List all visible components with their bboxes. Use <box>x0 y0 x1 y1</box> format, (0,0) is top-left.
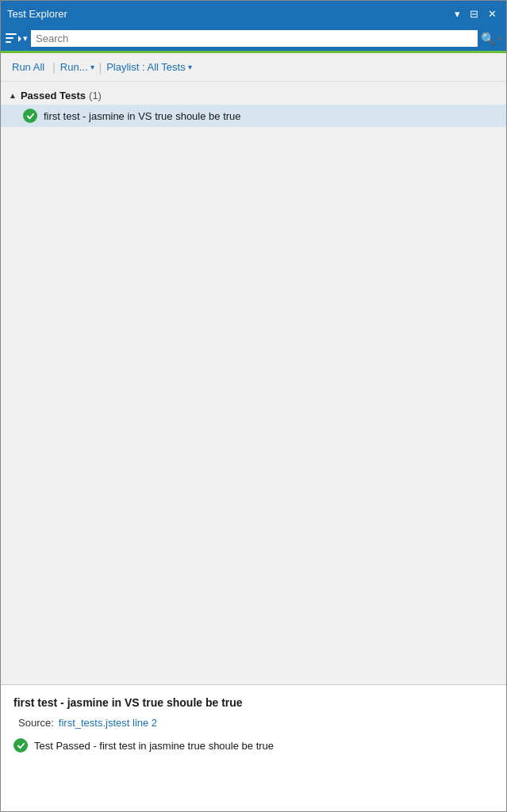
test-passed-icon <box>23 109 37 123</box>
detail-result-row: Test Passed - first test in jasmine true… <box>13 738 494 753</box>
title-bar-controls: ▾ ⊟ ✕ <box>451 7 500 21</box>
svg-rect-2 <box>6 41 11 43</box>
magnifier-icon: 🔍 <box>481 32 496 46</box>
search-right: 🔍 ▾ <box>481 32 501 46</box>
test-item-label: first test - jasmine in VS true shoule b… <box>44 110 241 122</box>
title-bar: Test Explorer ▾ ⊟ ✕ <box>1 1 506 26</box>
source-label: Source: <box>18 717 54 729</box>
collapse-arrow-icon: ▲ <box>9 91 17 100</box>
run-dropdown-icon: ▾ <box>90 63 94 71</box>
svg-rect-0 <box>6 33 17 35</box>
result-passed-icon <box>13 738 28 753</box>
search-input[interactable] <box>36 33 473 44</box>
detail-panel: first test - jasmine in VS true shoule b… <box>1 684 506 811</box>
separator-1: | <box>52 61 56 74</box>
source-link[interactable]: first_tests.jstest line 2 <box>59 717 157 729</box>
detail-source-row: Source: first_tests.jstest line 2 <box>13 717 494 729</box>
content-area: Run All | Run... ▾ | Playlist : All Test… <box>1 53 506 811</box>
minimize-button[interactable]: ▾ <box>451 7 463 21</box>
test-tree: ▲ Passed Tests (1) first test - jasmine … <box>1 82 506 684</box>
svg-rect-1 <box>6 37 13 39</box>
result-text: Test Passed - first test in jasmine true… <box>34 740 274 752</box>
test-explorer-window: Test Explorer ▾ ⊟ ✕ ▾ 🔍 ▾ Run <box>0 0 507 812</box>
group-label: Passed Tests <box>21 90 86 102</box>
window-title: Test Explorer <box>7 8 67 20</box>
separator-2: | <box>99 61 102 74</box>
close-button[interactable]: ✕ <box>485 7 500 21</box>
run-all-button[interactable]: Run All <box>9 59 48 75</box>
run-button[interactable]: Run... ▾ <box>60 61 94 73</box>
playlist-button[interactable]: Playlist : All Tests ▾ <box>106 61 191 73</box>
playlist-dropdown-icon: ▾ <box>188 63 192 71</box>
undock-button[interactable]: ⊟ <box>467 7 482 21</box>
svg-marker-3 <box>18 36 21 42</box>
group-count: (1) <box>89 90 102 102</box>
search-input-wrapper[interactable] <box>31 30 478 47</box>
toolbar: Run All | Run... ▾ | Playlist : All Test… <box>1 53 506 82</box>
search-bar: ▾ 🔍 ▾ <box>1 26 506 53</box>
passed-tests-group[interactable]: ▲ Passed Tests (1) <box>1 86 506 105</box>
test-item[interactable]: first test - jasmine in VS true shoule b… <box>1 105 506 127</box>
filter-icon-btn[interactable]: ▾ <box>6 33 28 45</box>
detail-title: first test - jasmine in VS true shoule b… <box>13 696 494 709</box>
search-dropdown-icon[interactable]: ▾ <box>497 34 501 43</box>
